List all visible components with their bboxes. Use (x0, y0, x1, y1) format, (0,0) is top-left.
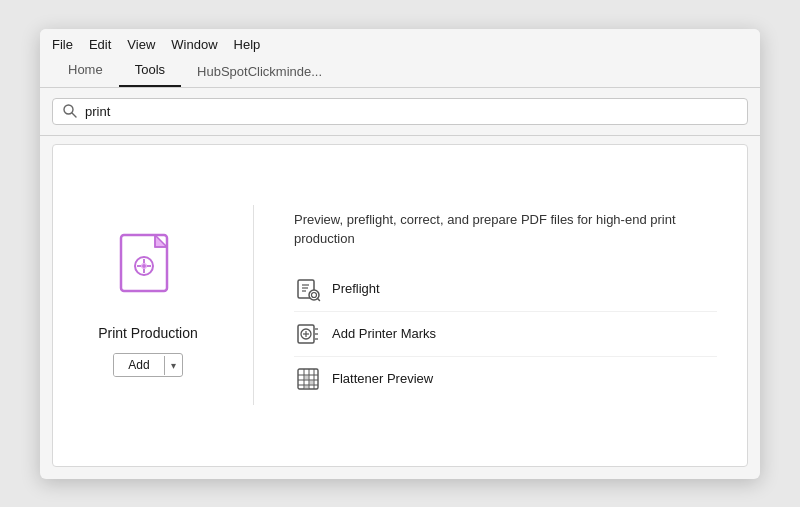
tool-right: Preview, preflight, correct, and prepare… (294, 210, 717, 401)
svg-line-12 (318, 298, 320, 300)
tab-tools[interactable]: Tools (119, 56, 181, 87)
preflight-label: Preflight (332, 281, 380, 296)
sub-item-printer-marks[interactable]: Add Printer Marks (294, 312, 717, 357)
vertical-divider (253, 205, 254, 405)
printer-marks-label: Add Printer Marks (332, 326, 436, 341)
flattener-icon (294, 365, 322, 393)
app-window: File Edit View Window Help Home Tools Hu… (40, 29, 760, 479)
svg-rect-32 (304, 385, 309, 389)
search-box (52, 98, 748, 125)
tool-left: Print Production Add ▾ (83, 233, 213, 377)
main-content: Print Production Add ▾ Preview, prefligh… (52, 144, 748, 467)
svg-line-1 (72, 113, 76, 117)
tab-home[interactable]: Home (52, 56, 119, 87)
add-button[interactable]: Add (114, 354, 163, 376)
add-dropdown-button[interactable]: ▾ (164, 356, 182, 375)
sub-item-flattener[interactable]: Flattener Preview (294, 357, 717, 401)
flattener-label: Flattener Preview (332, 371, 433, 386)
search-icon (63, 104, 77, 118)
preflight-icon (294, 275, 322, 303)
search-input[interactable] (85, 104, 737, 119)
tool-description: Preview, preflight, correct, and prepare… (294, 210, 717, 249)
sub-item-preflight[interactable]: Preflight (294, 267, 717, 312)
menu-window[interactable]: Window (171, 37, 217, 52)
menu-edit[interactable]: Edit (89, 37, 111, 52)
svg-rect-30 (304, 375, 309, 380)
print-production-icon (113, 233, 183, 313)
menu-file[interactable]: File (52, 37, 73, 52)
menu-help[interactable]: Help (234, 37, 261, 52)
menu-view[interactable]: View (127, 37, 155, 52)
tab-hubspot[interactable]: HubSpotClickminde... (181, 58, 338, 87)
search-area (40, 88, 760, 136)
printer-marks-icon (294, 320, 322, 348)
add-button-group: Add ▾ (113, 353, 182, 377)
menu-bar: File Edit View Window Help (40, 29, 760, 56)
tool-title: Print Production (98, 325, 198, 341)
svg-rect-31 (309, 380, 314, 385)
tab-bar: Home Tools HubSpotClickminde... (40, 56, 760, 88)
